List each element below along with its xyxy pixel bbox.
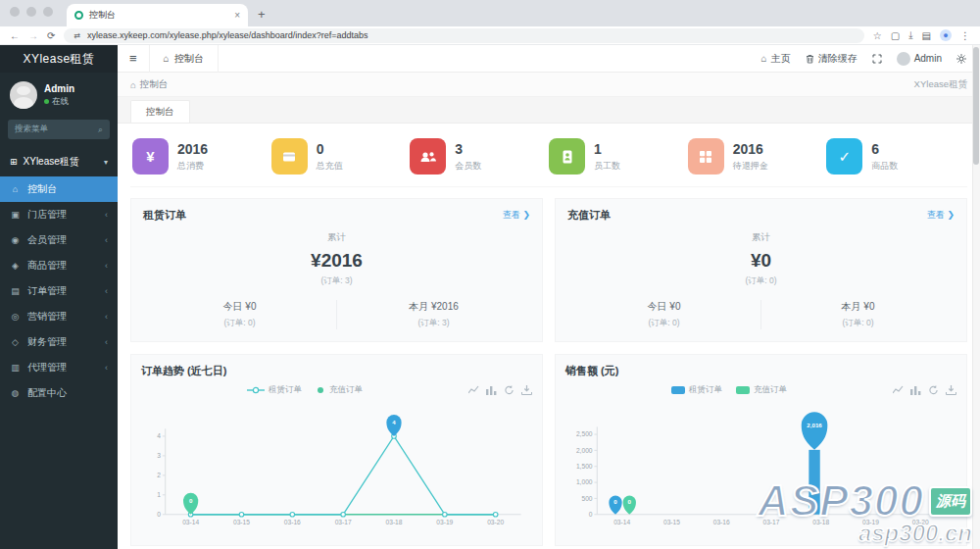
svg-text:0: 0 [589, 511, 593, 518]
goods-icon: ◈ [10, 261, 21, 271]
chevron-left-icon: ‹ [105, 337, 108, 347]
scrollbar-thumb[interactable] [973, 47, 979, 165]
svg-text:03-18: 03-18 [812, 519, 829, 525]
svg-text:03-20: 03-20 [912, 519, 929, 525]
reading-list-icon[interactable]: ▤ [922, 30, 931, 41]
navbar-user-menu[interactable]: Admin [897, 52, 942, 66]
extension-icon[interactable]: ▢ [891, 30, 900, 41]
sidebar-item-finance[interactable]: ◇财务管理‹ [0, 329, 118, 355]
reload-icon[interactable]: ⟳ [47, 30, 55, 41]
marketing-icon: ◎ [10, 312, 21, 322]
hamburger-icon[interactable]: ≡ [118, 51, 149, 66]
toolbox-restore-icon[interactable] [928, 385, 939, 395]
sidebar-item-store[interactable]: ▣门店管理‹ [0, 202, 118, 227]
chart-legend: 租赁订单充值订单 [141, 384, 468, 396]
main-area: ≡ ⌂ 控制台 ⌂ 主页 清除缓存 [118, 45, 980, 549]
sidebar-item-goods[interactable]: ◈商品管理‹ [0, 253, 118, 278]
window-minimize-button[interactable] [26, 7, 36, 17]
stat-recharge-card: 0总充值 [271, 138, 411, 175]
sidebar-item-members[interactable]: ◉会员管理‹ [0, 227, 118, 253]
fullscreen-toggle[interactable] [872, 54, 882, 64]
browser-tab-title: 控制台 [89, 9, 116, 22]
dashboard-content: ¥2016总消费0总充值3会员数1员工数2016待退押金✓6商品数 租赁订单 查… [118, 124, 980, 549]
charts-row: 订单趋势 (近七日)租赁订单充值订单0123403-1403-1503-1603… [130, 354, 967, 546]
toolbox-line-chart-icon[interactable] [893, 385, 904, 395]
stat-value: 0 [317, 141, 343, 157]
stat-value: 6 [871, 141, 898, 157]
chevron-left-icon: ‹ [105, 312, 108, 322]
window-close-button[interactable] [10, 7, 20, 17]
sidebar-item-config[interactable]: ◍配置中心 [0, 380, 118, 406]
recharge-panel-title: 充值订单 [567, 208, 611, 223]
chart-title: 订单趋势 (近七日) [141, 364, 532, 378]
member-group-icon [410, 138, 446, 175]
download-icon[interactable]: ⤓ [908, 29, 912, 41]
rental-view-link[interactable]: 查看 ❯ [503, 209, 530, 222]
rental-total-orders: (订单: 3) [143, 275, 530, 287]
rental-month: 本月 ¥2016 [337, 300, 530, 314]
legend-item[interactable]: 租赁订单 [671, 384, 722, 396]
legend-item[interactable]: 租赁订单 [247, 384, 302, 396]
brand-title: XYlease租赁 [0, 45, 118, 73]
browser-tab[interactable]: 控制台 × [67, 4, 248, 26]
menu-search-input[interactable]: 搜索菜单 ⌕ [8, 120, 110, 139]
sidebar-item-agent[interactable]: ▥代理管理‹ [0, 355, 118, 380]
goods-check-icon: ✓ [826, 138, 862, 175]
toolbox-bar-chart-icon[interactable] [486, 385, 497, 395]
home-link[interactable]: ⌂ 主页 [761, 52, 791, 66]
chevron-left-icon: ‹ [105, 210, 108, 220]
sidebar-menu: ⌂控制台▣门店管理‹◉会员管理‹◈商品管理‹▤订单管理‹◎营销管理‹◇财务管理‹… [0, 176, 118, 549]
navbar-tab-dashboard[interactable]: ⌂ 控制台 [149, 45, 219, 73]
browser-tabstrip: 控制台 × + [0, 0, 980, 26]
clear-cache-link[interactable]: 清除缓存 [806, 52, 858, 66]
toolbox-save-image-icon[interactable] [946, 385, 956, 395]
chevron-left-icon: ‹ [105, 235, 108, 245]
yen-icon: ¥ [132, 138, 169, 175]
content-tab-dashboard[interactable]: 控制台 [130, 100, 190, 123]
recharge-total-label: 累计 [567, 231, 955, 244]
toolbox-bar-chart-icon[interactable] [910, 385, 921, 395]
svg-text:4: 4 [157, 432, 161, 439]
window-controls[interactable] [10, 0, 53, 26]
legend-item[interactable]: 充值订单 [736, 384, 787, 396]
address-bar[interactable]: ⇄ xylease.xykeep.com/xylease.php/xylease… [64, 28, 863, 43]
svg-text:03-19: 03-19 [862, 519, 879, 525]
browser-menu-icon[interactable]: ⋮ [960, 30, 970, 41]
user-name: Admin [44, 83, 74, 94]
new-tab-button[interactable]: + [258, 7, 266, 26]
svg-text:03-16: 03-16 [284, 519, 301, 525]
profile-avatar-icon[interactable]: ● [940, 29, 952, 41]
forward-icon[interactable]: → [28, 30, 38, 41]
chevron-left-icon: ‹ [105, 261, 108, 271]
svg-text:03-16: 03-16 [713, 519, 730, 525]
legend-dot-icon [316, 386, 325, 394]
window-zoom-button[interactable] [43, 7, 53, 17]
toolbox-save-image-icon[interactable] [521, 385, 532, 395]
toolbox-line-chart-icon[interactable] [468, 385, 479, 395]
sidebar-item-marketing[interactable]: ◎营销管理‹ [0, 304, 118, 329]
sidebar: XYlease租赁 Admin 在线 搜索菜单 ⌕ ⊞ XYlease租赁 ▾ [0, 45, 118, 549]
settings-button[interactable] [956, 54, 966, 64]
rental-panel-title: 租赁订单 [143, 208, 186, 223]
toolbox-restore-icon[interactable] [504, 385, 514, 395]
sidebar-section-header[interactable]: ⊞ XYlease租赁 ▾ [0, 147, 118, 176]
orders-icon: ▤ [10, 286, 21, 296]
tab-close-icon[interactable]: × [234, 10, 240, 21]
menu-search-placeholder: 搜索菜单 [15, 124, 48, 135]
order-trend-chart-panel: 订单趋势 (近七日)租赁订单充值订单0123403-1403-1503-1603… [130, 354, 543, 546]
sidebar-item-orders[interactable]: ▤订单管理‹ [0, 278, 118, 304]
legend-swatch-icon [671, 386, 685, 394]
chart-toolbox [893, 385, 956, 395]
recharge-month: 本月 ¥0 [761, 300, 955, 314]
svg-text:03-14: 03-14 [613, 519, 630, 525]
rental-total-amount: ¥2016 [143, 250, 530, 272]
bookmark-star-icon[interactable]: ☆ [873, 30, 882, 41]
svg-text:2,500: 2,500 [576, 430, 593, 437]
rental-total-label: 累计 [143, 231, 530, 244]
back-icon[interactable]: ← [10, 30, 20, 41]
page-scrollbar[interactable] [972, 45, 980, 549]
recharge-view-link[interactable]: 查看 ❯ [927, 209, 955, 222]
stat-yen: ¥2016总消费 [132, 138, 271, 175]
sidebar-item-dashboard[interactable]: ⌂控制台 [0, 176, 118, 202]
legend-item[interactable]: 充值订单 [316, 384, 363, 396]
